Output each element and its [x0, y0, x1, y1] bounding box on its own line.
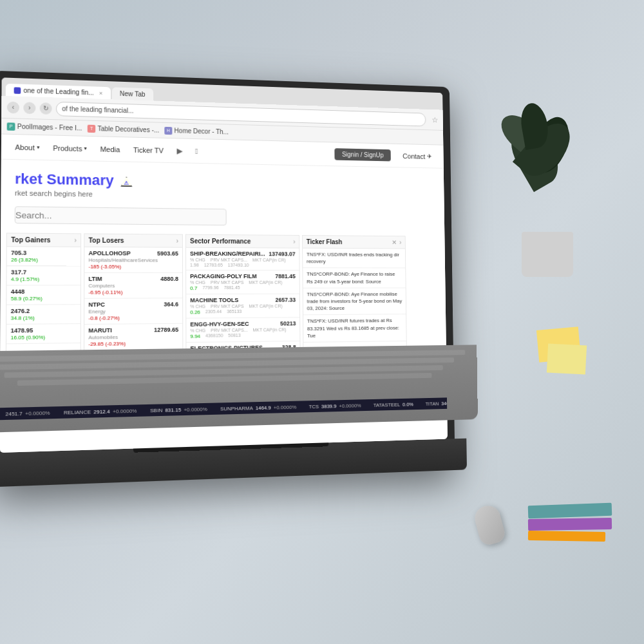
loser-2-price: 4880.8: [160, 276, 178, 282]
loser-3-price: 364.6: [164, 301, 178, 307]
plant-pot: [522, 232, 573, 277]
nav-contact-label: Contact: [402, 152, 425, 160]
top-losers-title: Top Losers: [89, 237, 124, 245]
top-gainers-title: Top Gainers: [11, 236, 50, 244]
loser-1-price: 5903.65: [157, 251, 178, 257]
ticker-first-name: 2451.7: [5, 410, 22, 417]
flash-3-text: TNS*CORP-BOND: Aye Finance mobilise trad…: [307, 291, 402, 311]
flash-item-3: TNS*CORP-BOND: Aye Finance mobilise trad…: [303, 288, 406, 315]
sector-2-prv-label: % CHG: [190, 280, 205, 285]
tab-close-btn[interactable]: ×: [99, 90, 102, 96]
nav-products[interactable]: Products ▾: [53, 144, 87, 152]
sector-3-prv: PRV MKT CAPS: [211, 304, 244, 308]
ticker-tatasteel-price: 0.0%: [402, 401, 413, 407]
ticker-titan: TITAN 3409.4 +0.0000%: [426, 400, 448, 407]
reload-button[interactable]: ↻: [40, 102, 52, 115]
panel-close-icon[interactable]: ✕: [392, 239, 397, 246]
flash-2-text: TNS*CORP-BOND: Aye Finance to raise Rs 2…: [307, 271, 395, 284]
bookmark-table-dec[interactable]: T Table Decoratives -...: [88, 124, 159, 134]
flash-1-text: TNS*FX: USD/INR trades ends tracking dir…: [307, 252, 399, 265]
nav-contact[interactable]: Contact ✈: [402, 152, 431, 160]
ticker-flash-header: Ticker Flash ›: [303, 236, 405, 249]
search-input[interactable]: [15, 206, 227, 225]
ticker-sbin: SBIN 831.15 +0.0000%: [150, 406, 207, 413]
sector-2-name: PACKAGING-POLY FILM: [190, 273, 257, 279]
sector-row-3[interactable]: MACHINE TOOLS 2657.33 % CHG PRV MKT CAPS…: [186, 294, 299, 319]
nav-about-label: About: [15, 143, 35, 151]
sector-2-mkt-val: 7881.45: [224, 285, 240, 291]
sector-1-prv-label: % CHG: [190, 258, 205, 262]
sector-row-1[interactable]: SHIP-BREAKING/REPAIRI... 137493.07 % CHG…: [186, 248, 299, 270]
bookmark-label-3: Home Decor - Th...: [175, 127, 229, 135]
gainer-5-change: 16.05 (0.90%): [10, 334, 76, 341]
ticker-tcs-name: TCS: [309, 403, 319, 409]
gainer-4-change: 34.8 (1%): [11, 315, 77, 321]
ticker-first-change: +0.0000%: [25, 410, 50, 416]
loser-2-change: -6.95 (-0.11%): [88, 289, 178, 296]
sector-row-2[interactable]: PACKAGING-POLY FILM 7881.45 % CHG PRV MK…: [186, 270, 299, 294]
bookmark-label-2: Table Decoratives -...: [97, 125, 159, 134]
ticker-sunpharma-name: SUNPHARMA: [220, 405, 253, 412]
browser-tab-new[interactable]: New Tab: [112, 87, 153, 100]
gainer-row-2: 317.7 4.9 (1.57%): [6, 266, 80, 285]
ticker-tcs-change: +0.0000%: [339, 402, 361, 409]
gainer-3-price: 4448: [11, 289, 24, 295]
page-title-blue: Summary: [46, 171, 113, 188]
ticker-reliance: RELIANCE 2912.4 +0.0000%: [64, 408, 137, 415]
ticker-sbin-name: SBIN: [150, 407, 162, 413]
ticker-flash-arrow[interactable]: ›: [399, 239, 401, 246]
gainer-4-price: 2476.2: [11, 308, 30, 315]
sector-3-prv-val: 2305.44: [205, 309, 222, 315]
loser-row-3[interactable]: NTPC 364.6 Energy -0.8 (-0.27%): [84, 298, 182, 325]
nav-ticker-tv[interactable]: Ticker TV: [133, 146, 164, 154]
bookmark-poolimages[interactable]: P PoolImages - Free I...: [7, 122, 82, 132]
gainer-row-3: 4448 58.9 (0.27%): [6, 285, 80, 305]
bookmark-home-decor[interactable]: H Home Decor - Th...: [164, 126, 229, 136]
sector-performance-arrow[interactable]: ›: [293, 238, 295, 245]
page-header: rket Summary ⚠ rket search begins here: [1, 160, 444, 208]
loser-3-name: NTPC: [88, 301, 105, 308]
sector-2-chg: 0.7: [190, 285, 197, 291]
flash-item-1: TNS*FX: USD/INR trades ends tracking dir…: [303, 249, 405, 269]
flash-item-2: TNS*CORP-BOND: Aye Finance to raise Rs 2…: [303, 269, 405, 289]
ticker-reliance-name: RELIANCE: [64, 409, 91, 415]
bookmark-star-icon[interactable]: ☆: [431, 115, 438, 124]
gainer-1-change: 26 (3.82%): [11, 257, 77, 263]
search-bar-wrapper: [1, 202, 444, 231]
subtitle-text: rket search begins here: [15, 189, 93, 198]
top-gainers-header: Top Gainers ›: [7, 234, 80, 247]
ticker-tatasteel-name: TATASTEEL: [374, 401, 401, 408]
nav-media-label: Media: [100, 145, 120, 153]
address-text: of the leading financial...: [62, 105, 133, 114]
sector-4-name: ENGG-HVY-GEN-SEC: [190, 321, 249, 328]
top-gainers-arrow[interactable]: ›: [74, 236, 77, 243]
new-tab-label: New Tab: [120, 90, 145, 98]
sector-performance-title: Sector Performance: [190, 238, 251, 245]
ticker-sbin-change: +0.0000%: [184, 406, 207, 412]
signin-button[interactable]: Signin / SignUp: [335, 148, 391, 161]
gainer-3-change: 58.9 (0.27%): [11, 296, 77, 302]
sector-1-name: SHIP-BREAKING/REPAIRI...: [190, 251, 265, 257]
sector-row-4[interactable]: ENGG-HVY-GEN-SEC 50213 % CHG PRV MKT CAP…: [186, 317, 299, 343]
plant-decoration: [489, 97, 605, 277]
back-button[interactable]: ‹: [7, 101, 19, 113]
loser-3-sector: Energy: [88, 308, 178, 315]
ticker-tatasteel: TATASTEEL 0.0%: [374, 401, 413, 408]
gainer-row-4: 2476.2 34.8 (1%): [6, 305, 80, 325]
sector-3-mkt: MKT CAP(in CR): [249, 304, 283, 308]
loser-row-4[interactable]: MARUTI 12789.65 Automobiles -29.85 (-0.2…: [84, 324, 182, 351]
nav-about[interactable]: About ▾: [15, 143, 39, 151]
loser-1-change: -185 (-3.05%): [88, 264, 178, 270]
loser-row-1[interactable]: APOLLOHOSP 5903.65 Hospitals/HealthcareS…: [84, 247, 182, 273]
top-losers-arrow[interactable]: ›: [176, 238, 178, 245]
loser-row-2[interactable]: LTIM 4880.8 Computers -6.95 (-0.11%): [84, 273, 182, 299]
nav-media[interactable]: Media: [100, 145, 120, 153]
laptop-body: one of the Leading fin... × New Tab ‹ › …: [0, 71, 455, 488]
sector-4-value: 50213: [280, 320, 296, 327]
sector-1-mkt-val: 137493.10: [228, 263, 249, 267]
forward-button[interactable]: ›: [23, 102, 35, 114]
sector-2-mkt: MKT CAP(in CR): [249, 280, 282, 285]
loser-4-price: 12789.65: [154, 327, 178, 334]
ticker-sunpharma: SUNPHARMA 1464.9 +0.0000%: [220, 404, 296, 412]
sector-4-mkt: MKT CAP(in CR): [252, 327, 286, 332]
